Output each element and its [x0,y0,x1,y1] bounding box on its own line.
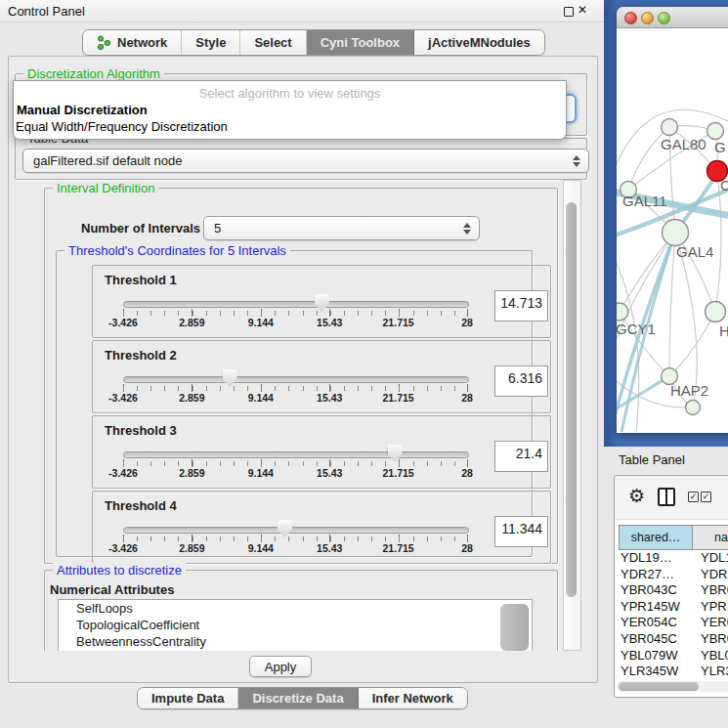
network-view[interactable]: GAL80GCGAL11GAL4GCY1HHAP2 [617,27,728,433]
table-row[interactable]: YDL19…YDL1 [615,550,728,567]
tab-impute-data[interactable]: Impute Data [138,688,238,708]
list-item[interactable]: BetweennessCentrality [59,633,532,650]
network-node[interactable] [706,302,726,322]
threshold-label: Threshold 2 [105,348,177,363]
interval-definition-title: Interval Definition [53,181,158,195]
cell-shared-name[interactable]: YBL079W [615,648,693,664]
tick-label: 2.859 [179,542,204,554]
table-row[interactable]: YER054CYER0 [615,615,728,631]
cell-name[interactable]: YDL1 [693,550,728,567]
network-window-titlebar[interactable] [617,7,728,28]
tick-label: 15.43 [317,467,342,479]
cell-shared-name[interactable]: YER054C [615,615,693,631]
control-panel-titlebar [0,0,604,22]
cell-name[interactable]: YER0 [693,615,728,631]
cell-name[interactable]: YPR1 [693,599,728,616]
network-node[interactable] [686,401,701,415]
cell-shared-name[interactable]: YBR043C [615,582,693,599]
float-window-icon[interactable] [564,7,574,17]
network-node-label: GAL11 [622,193,667,209]
table-row[interactable]: YBR043CYBR0 [615,582,728,599]
network-node[interactable] [662,119,678,136]
cell-shared-name[interactable]: YDL19… [615,550,693,567]
close-traffic-light-icon[interactable] [624,12,637,24]
column-header-name[interactable]: na [692,525,728,550]
slider-track[interactable] [123,301,469,308]
cell-name[interactable]: YBR0 [693,631,728,648]
threshold-label: Threshold 4 [105,498,177,513]
tab-cyni-toolbox[interactable]: Cyni Toolbox [307,30,414,55]
algorithm-option-equal-width[interactable]: Equal Width/Frequency Discretization [16,119,228,134]
tick-label: -3.426 [108,317,138,328]
numerical-attributes-label: Numerical Attributes [50,582,174,597]
apply-button[interactable]: Apply [249,656,312,677]
tab-network[interactable]: Network [83,30,182,55]
threshold-value-field[interactable]: 6.316 [494,365,548,397]
checkbox-icon[interactable]: ✓ [701,492,711,502]
algorithm-popup-prompt: Select algorithm to view settings [14,86,566,101]
network-node[interactable] [617,303,628,321]
numerical-attributes-list[interactable]: SelfLoops TopologicalCoefficient Between… [58,599,533,651]
threshold-3-panel: Threshold 3 -3.4262.8599.14415.4321.7152… [92,415,551,489]
cell-shared-name[interactable]: YBR045C [615,631,693,648]
settings-scrollbar-thumb[interactable] [566,202,577,597]
slider-track[interactable] [123,527,469,534]
threshold-label: Threshold 3 [105,423,177,438]
tab-select[interactable]: Select [240,30,306,55]
network-node[interactable] [707,123,724,140]
tick-label: 28 [461,392,473,404]
close-icon[interactable]: ✕ [578,3,587,17]
screen: Control Panel ✕ Network Style Select Cyn… [0,0,728,728]
tab-infer-network[interactable]: Infer Network [359,688,467,708]
checkbox-icon[interactable]: ✓ [688,492,699,502]
gear-icon[interactable]: ⚙ [628,485,645,507]
list-item[interactable]: SelfLoops [59,600,532,617]
minimize-traffic-light-icon[interactable] [641,12,654,24]
network-window[interactable]: GAL80GCGAL11GAL4GCY1HHAP2 [617,7,728,433]
table-hscrollbar[interactable] [617,681,728,692]
tick-label: 21.715 [383,467,414,479]
network-tab-icon [97,35,111,50]
table-row[interactable]: YBL079WYBL0 [615,648,728,664]
list-scrollbar[interactable] [500,604,529,651]
list-item[interactable]: TopologicalCoefficient [59,617,532,633]
table-data-value: galFiltered.sif default node [33,153,182,168]
cell-name[interactable]: YLR3 [693,664,728,679]
column-header-shared-name[interactable]: shared… [619,525,693,550]
cell-name[interactable]: YBR0 [693,582,728,599]
cell-name[interactable]: YDR2 [693,567,728,583]
tab-label: Impute Data [151,691,224,706]
slider-tick-labels: -3.4262.8599.14415.4321.71528 [123,317,467,330]
table-data-combobox[interactable]: galFiltered.sif default node [22,149,589,173]
tab-jactivemnodules[interactable]: jActiveMNodules [414,30,544,55]
network-node[interactable] [663,220,689,246]
table-hscrollbar-thumb[interactable] [619,682,699,691]
tab-discretize-data[interactable]: Discretize Data [238,688,358,708]
number-of-intervals-label: Number of Intervals [81,221,200,236]
table-row[interactable]: YLR345WYLR3 [615,664,728,679]
slider-track[interactable] [123,451,469,458]
tick-label: 9.144 [248,467,274,479]
slider-track[interactable] [123,376,469,383]
cell-shared-name[interactable]: YPR145W [615,599,693,616]
threshold-value-field[interactable]: 21.4 [494,441,548,472]
tab-style[interactable]: Style [182,30,240,55]
threshold-value-field[interactable]: 14.713 [494,290,548,321]
tick-label: -3.426 [108,542,138,554]
threshold-value-field[interactable]: 11.344 [494,516,548,547]
cyni-bottom-tabs: Impute Data Discretize Data Infer Networ… [137,687,468,709]
table-row[interactable]: YBR045CYBR0 [615,631,728,648]
table-panel-window: ⚙ ✓ ✓ shared… na YDL19…YDL1YDR27…YDR2YBR… [614,475,728,698]
table-row[interactable]: YPR145WYPR1 [615,599,728,616]
settings-scrollbar[interactable] [563,180,581,651]
cell-name[interactable]: YBL0 [693,648,728,664]
cell-shared-name[interactable]: YLR345W [615,664,693,679]
table-row[interactable]: YDR27…YDR2 [615,567,728,583]
combo-arrows-icon [463,223,471,235]
cell-shared-name[interactable]: YDR27… [615,567,693,583]
columns-icon[interactable] [658,488,675,506]
algorithm-option-manual[interactable]: Manual Discretization [17,103,148,117]
zoom-traffic-light-icon[interactable] [658,12,670,24]
slider-tick-labels: -3.4262.8599.14415.4321.71528 [123,392,467,406]
number-of-intervals-combobox[interactable]: 5 [203,216,480,240]
